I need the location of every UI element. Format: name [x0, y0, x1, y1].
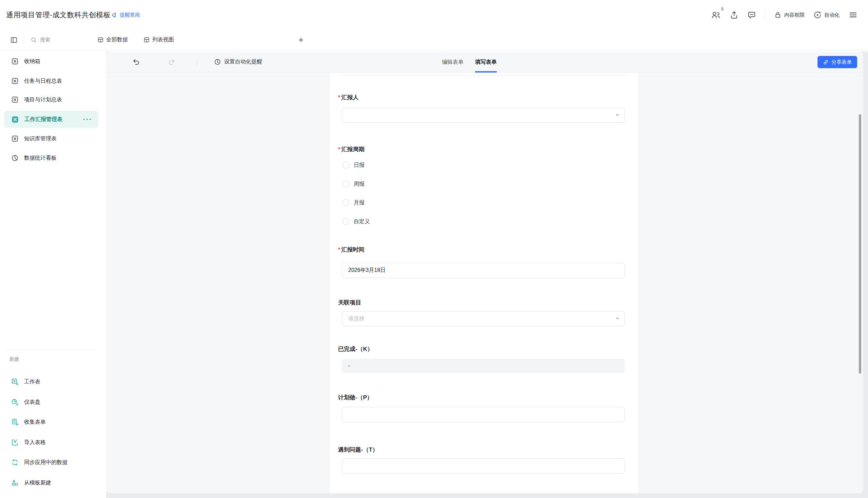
- done-k-readonly-field: -: [342, 359, 625, 373]
- field-label-cycle: *汇报周期: [338, 145, 365, 154]
- import-icon: [11, 439, 19, 446]
- sidebar-item-work-report-active[interactable]: 工作汇报管理表: [4, 111, 98, 128]
- menu-icon[interactable]: [848, 11, 858, 19]
- app-header: 通用项目管理-成文数科共创模板 提醒查阅 5: [0, 0, 868, 30]
- problem-t-input[interactable]: [342, 458, 625, 474]
- header-separator: [765, 9, 765, 21]
- share-icon[interactable]: [730, 11, 738, 19]
- radio-circle-icon[interactable]: [342, 218, 349, 225]
- search-placeholder: 搜索: [40, 37, 50, 43]
- worksheet-icon: [11, 77, 19, 85]
- vertical-scrollbar[interactable]: [859, 114, 861, 374]
- sidebar-item-projects-plans[interactable]: 项目与计划总表: [4, 92, 98, 107]
- sidebar-item-label: 任务与日程总表: [24, 78, 62, 85]
- new-worksheet-icon: [11, 378, 19, 385]
- sidebar-item-label: 知识库管理表: [24, 135, 57, 142]
- item-more-icon[interactable]: [83, 119, 91, 120]
- content-permission-button[interactable]: 内容权限: [774, 11, 805, 19]
- report-time-input[interactable]: 2026年3月18日: [342, 263, 625, 278]
- plan-p-input[interactable]: [342, 407, 625, 422]
- search-input[interactable]: 搜索: [30, 30, 50, 50]
- radio-label: 日报: [354, 162, 365, 169]
- radio-option-custom[interactable]: 自定义: [342, 217, 370, 226]
- new-dashboard-button[interactable]: 仪表盘: [4, 395, 98, 409]
- field-label-related-project: 关联项目: [338, 298, 361, 307]
- related-project-select[interactable]: 请选择: [342, 311, 625, 326]
- new-item-label: 导入表格: [24, 439, 46, 446]
- field-label-plan-p: 计划做-（P）: [338, 393, 373, 402]
- form-body: *汇报人 *汇报周期 日报 周报 月报 自定义: [330, 73, 638, 493]
- form-mode-tabs: 编辑表单 填写表单: [442, 52, 497, 73]
- header-actions: 5 内容权限: [711, 0, 858, 30]
- collaborators-button[interactable]: 5: [711, 11, 721, 19]
- radio-circle-icon[interactable]: [342, 199, 349, 206]
- remind-review-label: 提醒查阅: [120, 12, 140, 18]
- tab-all-data-label: 全部数据: [106, 36, 128, 43]
- new-section-title: 新建: [10, 356, 19, 363]
- new-item-label: 仪表盘: [24, 399, 40, 406]
- radio-option-monthly[interactable]: 月报: [342, 198, 365, 208]
- set-automation-reminder-button[interactable]: 设置自动化提醒: [214, 52, 262, 72]
- required-marker: *: [338, 94, 340, 101]
- redo-button[interactable]: [168, 52, 176, 72]
- tab-fill-form[interactable]: 填写表单: [475, 52, 497, 73]
- radio-circle-icon[interactable]: [342, 162, 349, 169]
- share-form-label: 分享表单: [831, 59, 852, 65]
- new-from-template-button[interactable]: 从模板新建: [4, 475, 98, 490]
- add-view-button[interactable]: +: [298, 30, 303, 50]
- view-tab-bar: 搜索 全部数据 列表视图 K.P.T.P汇: [0, 30, 868, 50]
- sidebar-item-data-dashboard[interactable]: 数据统计看板: [4, 150, 98, 166]
- new-dashboard-icon: [11, 398, 19, 406]
- sidebar-divider: [5, 350, 98, 350]
- link-icon: [823, 59, 829, 65]
- reporter-select[interactable]: [342, 108, 625, 123]
- new-item-label: 收集表单: [24, 419, 46, 426]
- required-marker: *: [338, 146, 340, 153]
- form-divider: [341, 76, 627, 76]
- new-worksheet-button[interactable]: 工作表: [4, 374, 98, 389]
- sidebar-item-label: 工作汇报管理表: [24, 116, 62, 123]
- sidebar-item-tasks-schedule[interactable]: 任务与日程总表: [4, 74, 98, 89]
- sidebar-toggle-icon[interactable]: [10, 30, 18, 50]
- radio-label: 自定义: [354, 218, 370, 225]
- collaborators-count: 5: [721, 6, 724, 12]
- new-item-label: 从模板新建: [24, 479, 51, 486]
- radio-circle-icon[interactable]: [342, 181, 349, 187]
- form-panel: 设置自动化提醒 编辑表单 填写表单 分享表单 *汇报人: [106, 52, 863, 493]
- sidebar-item-inbox[interactable]: 收纳箱: [4, 54, 98, 69]
- radio-option-weekly[interactable]: 周报: [342, 179, 365, 189]
- import-table-button[interactable]: 导入表格: [4, 435, 98, 450]
- nav-separator: [24, 36, 24, 44]
- grid-view-icon: [143, 37, 150, 43]
- page-title: 通用项目管理-成文数科共创模板: [6, 0, 111, 30]
- undo-button[interactable]: [132, 52, 140, 72]
- remind-review-link[interactable]: 提醒查阅: [111, 0, 140, 30]
- sidebar-item-knowledge-base[interactable]: 知识库管理表: [4, 131, 98, 146]
- grid-view-icon: [97, 37, 104, 43]
- chevron-down-icon: [616, 114, 619, 116]
- tab-all-data[interactable]: 全部数据: [97, 30, 128, 50]
- field-label-problem-t: 遇到问题-（T）: [338, 445, 378, 454]
- tab-edit-form[interactable]: 编辑表单: [442, 52, 463, 73]
- field-label-reporter: *汇报人: [338, 93, 359, 102]
- new-form-icon: [11, 418, 19, 426]
- worksheet-icon: [11, 96, 19, 103]
- comment-icon[interactable]: [747, 11, 756, 19]
- tab-list-view[interactable]: 列表视图: [143, 30, 174, 50]
- automation-button[interactable]: 自动化: [813, 11, 840, 19]
- new-item-label: 工作表: [24, 378, 40, 385]
- template-icon: [11, 479, 19, 486]
- share-form-button[interactable]: 分享表单: [817, 56, 857, 68]
- required-marker: *: [338, 247, 340, 253]
- sidebar-item-label: 数据统计看板: [24, 155, 57, 162]
- lock-icon: [774, 11, 781, 19]
- tab-list-view-label: 列表视图: [152, 36, 174, 43]
- app-root: 通用项目管理-成文数科共创模板 提醒查阅 5: [0, 0, 868, 498]
- new-form-button[interactable]: 收集表单: [4, 415, 98, 430]
- radio-option-daily[interactable]: 日报: [342, 160, 365, 170]
- sidebar-item-label: 项目与计划总表: [24, 96, 62, 103]
- sync-data-button[interactable]: 同步应用中的数据: [4, 455, 98, 470]
- chevron-down-icon: [616, 318, 619, 320]
- radio-label: 月报: [354, 199, 365, 207]
- done-k-value: -: [348, 363, 350, 369]
